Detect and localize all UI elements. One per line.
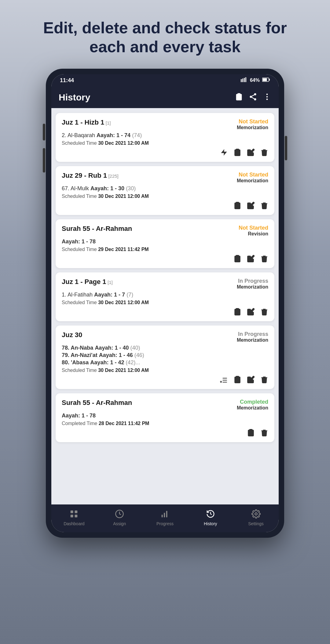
svg-rect-6 bbox=[269, 79, 270, 81]
battery-icon bbox=[262, 77, 270, 83]
svg-rect-2 bbox=[244, 78, 245, 82]
svg-line-12 bbox=[252, 95, 254, 96]
card-actions bbox=[62, 148, 268, 158]
status-right: 64% bbox=[241, 77, 270, 83]
nav-item-settings[interactable]: Settings bbox=[238, 509, 274, 526]
svg-rect-29 bbox=[71, 515, 73, 517]
nav-item-history[interactable]: History bbox=[192, 509, 229, 526]
svg-line-36 bbox=[211, 514, 212, 515]
power-button bbox=[285, 136, 287, 160]
card-detail: 67. Al-Mulk Aayah: 1 - 30 (30) bbox=[62, 185, 268, 192]
list-plus-icon[interactable] bbox=[220, 376, 228, 384]
edit-icon[interactable] bbox=[247, 202, 255, 211]
delete-icon[interactable] bbox=[260, 148, 268, 158]
history-nav-icon bbox=[206, 509, 215, 519]
card-title: Juz 30 bbox=[62, 331, 82, 339]
volume-up-button bbox=[43, 124, 45, 140]
svg-rect-33 bbox=[164, 513, 165, 517]
edit-icon[interactable] bbox=[247, 148, 255, 158]
svg-point-37 bbox=[255, 513, 257, 515]
card-status: Not Started Revision bbox=[239, 225, 268, 237]
more-options-icon[interactable] bbox=[263, 93, 271, 102]
edit-icon[interactable] bbox=[247, 255, 255, 264]
battery-text: 64% bbox=[250, 78, 260, 83]
card-title: Surah 55 - Ar-Rahman bbox=[62, 225, 132, 232]
history-nav-label: History bbox=[204, 521, 217, 526]
svg-point-15 bbox=[266, 99, 268, 100]
card-schedule: Scheduled Time 30 Dec 2021 12:00 AM bbox=[62, 194, 268, 199]
svg-rect-7 bbox=[237, 93, 240, 95]
svg-point-8 bbox=[254, 93, 256, 95]
clipboard-action-icon[interactable] bbox=[233, 255, 241, 264]
svg-rect-16 bbox=[236, 149, 239, 150]
svg-rect-0 bbox=[241, 79, 242, 82]
card-detail: 80. 'Abasa Aayah: 1 - 42 (42)... bbox=[62, 359, 268, 366]
card-title: Surah 55 - Ar-Rahman bbox=[62, 399, 132, 406]
delete-icon[interactable] bbox=[260, 202, 268, 211]
app-bar-title: History bbox=[59, 92, 90, 103]
edit-icon[interactable] bbox=[247, 376, 255, 385]
task-card: Juz 30 In Progress Memorization 78. An-N… bbox=[56, 326, 274, 389]
delete-icon[interactable] bbox=[260, 308, 268, 317]
card-actions bbox=[62, 255, 268, 264]
svg-rect-19 bbox=[236, 308, 239, 310]
svg-line-11 bbox=[252, 97, 254, 99]
nav-item-dashboard[interactable]: Dashboard bbox=[56, 509, 92, 526]
assign-nav-icon bbox=[115, 509, 124, 519]
svg-rect-5 bbox=[263, 78, 267, 81]
card-schedule: Scheduled Time 30 Dec 2021 12:00 AM bbox=[62, 368, 268, 373]
network-indicator bbox=[241, 77, 248, 83]
clipboard-icon[interactable] bbox=[235, 93, 243, 102]
card-actions bbox=[62, 202, 268, 211]
clipboard-action-icon[interactable] bbox=[233, 376, 241, 385]
card-detail: 79. An-Nazi'at Aayah: 1 - 46 (46) bbox=[62, 352, 268, 358]
card-detail: Aayah: 1 - 78 bbox=[62, 238, 268, 245]
svg-rect-17 bbox=[236, 202, 239, 203]
card-schedule: Scheduled Time 29 Dec 2021 11:42 PM bbox=[62, 247, 268, 252]
task-card: Juz 1 - Page 1 [1] In Progress Memorizat… bbox=[56, 272, 274, 321]
card-status: Not Started Memorization bbox=[237, 172, 268, 184]
card-status: Not Started Memorization bbox=[237, 118, 268, 130]
card-status: Completed Memorization bbox=[237, 399, 268, 411]
edit-icon[interactable] bbox=[247, 308, 255, 317]
clipboard-action-icon[interactable] bbox=[233, 308, 241, 317]
status-bar: 11:44 64% bbox=[51, 74, 279, 87]
clipboard-action-icon[interactable] bbox=[247, 429, 255, 438]
bottom-nav: Dashboard Assign Progress History Settin… bbox=[51, 504, 279, 532]
progress-nav-icon bbox=[160, 509, 170, 519]
progress-nav-label: Progress bbox=[156, 521, 174, 526]
svg-point-10 bbox=[254, 98, 256, 100]
svg-rect-18 bbox=[236, 255, 239, 257]
card-actions bbox=[62, 429, 268, 438]
page-header: Edit, delete and check status for each a… bbox=[0, 0, 330, 69]
task-card: Surah 55 - Ar-Rahman Completed Memorizat… bbox=[56, 393, 274, 442]
card-status: In Progress Memorization bbox=[237, 331, 268, 343]
card-detail: 78. An-Naba Aayah: 1 - 40 (40) bbox=[62, 345, 268, 351]
delete-icon[interactable] bbox=[260, 255, 268, 264]
phone-screen: 11:44 64% bbox=[51, 74, 279, 532]
delete-icon[interactable] bbox=[260, 376, 268, 385]
svg-rect-28 bbox=[75, 511, 78, 513]
task-card: Juz 1 - Hizb 1 [1] Not Started Memorizat… bbox=[56, 113, 274, 162]
card-actions bbox=[62, 308, 268, 317]
bolt-icon[interactable] bbox=[220, 148, 228, 158]
card-status: In Progress Memorization bbox=[237, 278, 268, 290]
card-schedule: Scheduled Time 30 Dec 2021 12:00 AM bbox=[62, 300, 268, 305]
svg-rect-25 bbox=[236, 376, 239, 377]
dashboard-nav-label: Dashboard bbox=[64, 521, 85, 526]
card-title: Juz 1 - Page 1 bbox=[62, 278, 106, 286]
svg-rect-32 bbox=[162, 515, 163, 517]
share-icon[interactable] bbox=[249, 93, 257, 102]
svg-rect-26 bbox=[250, 429, 252, 431]
delete-icon[interactable] bbox=[260, 429, 268, 438]
nav-item-progress[interactable]: Progress bbox=[147, 509, 183, 526]
clipboard-action-icon[interactable] bbox=[233, 202, 241, 211]
clipboard-action-icon[interactable] bbox=[233, 148, 241, 158]
settings-nav-label: Settings bbox=[248, 521, 264, 526]
svg-rect-27 bbox=[71, 511, 73, 513]
svg-point-13 bbox=[266, 93, 268, 95]
settings-nav-icon bbox=[251, 509, 261, 519]
dashboard-nav-icon bbox=[69, 509, 79, 519]
svg-point-14 bbox=[266, 96, 268, 97]
nav-item-assign[interactable]: Assign bbox=[101, 509, 138, 526]
